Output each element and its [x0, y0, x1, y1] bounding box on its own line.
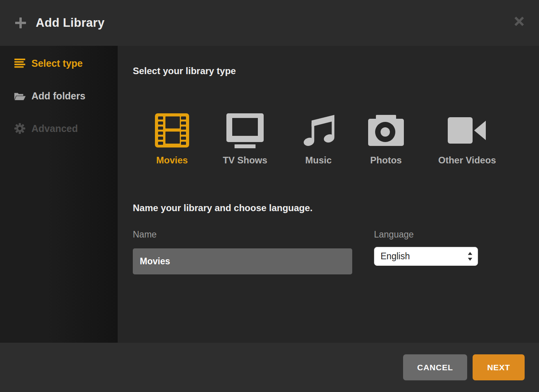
list-lines-icon — [14, 57, 26, 69]
add-library-dialog: Add Library Select type Add folders — [0, 0, 539, 392]
plus-icon — [14, 16, 27, 29]
type-option-music[interactable]: Music — [284, 112, 353, 166]
type-label: Other Videos — [433, 154, 501, 166]
sidebar-item-label: Select type — [31, 58, 83, 69]
camera-icon — [352, 112, 420, 149]
sidebar-item-label: Advanced — [31, 123, 78, 134]
type-label: Movies — [138, 154, 206, 166]
gear-icon — [14, 123, 26, 134]
music-note-icon — [284, 112, 353, 149]
library-type-heading: Select your library type — [133, 65, 236, 77]
type-label: Music — [284, 154, 353, 166]
type-option-photos[interactable]: Photos — [352, 112, 420, 166]
dialog-header: Add Library — [0, 0, 539, 46]
dialog-title: Add Library — [36, 16, 104, 30]
dialog-footer: CANCEL NEXT — [0, 343, 539, 392]
folder-open-icon — [14, 90, 26, 102]
select-stepper-arrows-icon — [467, 252, 473, 261]
type-option-other-videos[interactable]: Other Videos — [433, 112, 501, 166]
type-label: TV Shows — [211, 154, 279, 166]
main-panel: Select your library type Movies — [118, 46, 539, 343]
name-language-heading: Name your library and choose language. — [133, 202, 313, 214]
tv-icon — [211, 112, 279, 149]
name-field-label: Name — [133, 229, 156, 240]
video-camera-icon — [433, 112, 501, 149]
sidebar-item-add-folders[interactable]: Add folders — [0, 86, 118, 106]
language-selected-value: English — [381, 251, 410, 262]
wizard-steps-sidebar: Select type Add folders Advanced — [0, 46, 118, 343]
close-icon[interactable] — [513, 16, 525, 27]
language-select[interactable]: English — [374, 247, 478, 266]
type-label: Photos — [352, 154, 420, 166]
type-option-movies[interactable]: Movies — [138, 112, 206, 166]
cancel-button[interactable]: CANCEL — [403, 354, 467, 380]
sidebar-item-label: Add folders — [31, 90, 85, 102]
sidebar-item-advanced: Advanced — [0, 119, 118, 138]
film-strip-icon — [138, 112, 206, 149]
next-button[interactable]: NEXT — [473, 354, 525, 380]
language-field-label: Language — [374, 229, 414, 240]
type-option-tv-shows[interactable]: TV Shows — [211, 112, 279, 166]
library-name-input[interactable] — [133, 248, 352, 274]
sidebar-item-select-type[interactable]: Select type — [0, 54, 118, 73]
